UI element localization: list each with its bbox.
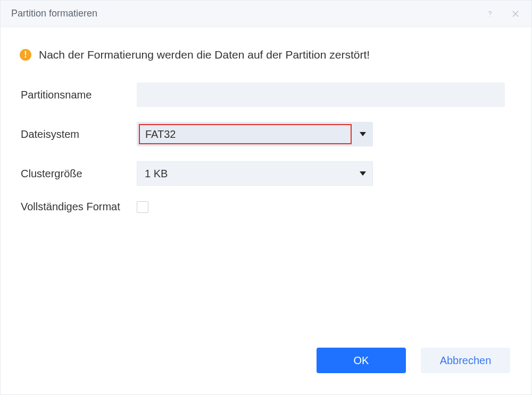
row-filesystem: Dateisystem FAT32 FAT32 bbox=[20, 122, 505, 146]
full-format-label: Vollständiges Format bbox=[20, 201, 137, 213]
partition-name-label: Partitionsname bbox=[20, 89, 137, 101]
row-cluster-size: Clustergröße 1 KB bbox=[20, 161, 505, 186]
filesystem-value: FAT32 bbox=[139, 124, 352, 144]
dialog-content: ! Nach der Formatierung werden die Daten… bbox=[1, 27, 531, 348]
row-partition-name: Partitionsname bbox=[20, 83, 505, 107]
cluster-size-value: 1 KB bbox=[145, 168, 168, 180]
titlebar-actions bbox=[484, 7, 522, 20]
close-icon[interactable] bbox=[509, 7, 522, 20]
dialog-footer: OK Abbrechen bbox=[1, 348, 531, 394]
filesystem-select[interactable]: FAT32 FAT32 bbox=[137, 122, 373, 146]
cluster-size-label: Clustergröße bbox=[20, 168, 137, 180]
partition-name-input[interactable] bbox=[137, 83, 505, 107]
warning-icon: ! bbox=[20, 49, 31, 61]
cancel-button[interactable]: Abbrechen bbox=[421, 348, 510, 373]
cluster-size-select[interactable]: 1 KB bbox=[137, 161, 373, 186]
warning-text: Nach der Formatierung werden die Daten a… bbox=[39, 48, 370, 61]
row-full-format: Vollständiges Format bbox=[20, 201, 505, 213]
titlebar: Partition formatieren bbox=[1, 1, 531, 27]
format-partition-dialog: Partition formatieren ! Nach der Formati… bbox=[0, 0, 532, 395]
filesystem-label: Dateisystem bbox=[20, 128, 137, 141]
warning-row: ! Nach der Formatierung werden die Daten… bbox=[20, 48, 505, 61]
svg-point-0 bbox=[489, 15, 490, 16]
help-icon[interactable] bbox=[484, 7, 496, 20]
dialog-title: Partition formatieren bbox=[11, 8, 484, 19]
full-format-checkbox[interactable] bbox=[137, 201, 148, 213]
ok-button[interactable]: OK bbox=[317, 348, 406, 373]
